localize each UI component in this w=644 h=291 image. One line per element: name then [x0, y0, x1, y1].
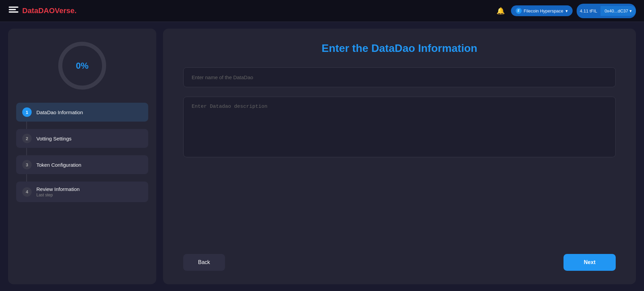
network-icon: F [516, 8, 522, 14]
step-connector-1 [26, 122, 27, 129]
step-4-label: Review Information [36, 186, 79, 192]
notifications-button[interactable]: 🔔 [494, 5, 507, 17]
back-button[interactable]: Back [183, 254, 225, 271]
progress-percent: 0% [76, 61, 89, 71]
bell-icon: 🔔 [496, 7, 505, 14]
form-footer: Back Next [183, 247, 616, 271]
logo-dot: . [74, 6, 76, 15]
logo: DataDAOVerse. [8, 5, 76, 17]
step-4[interactable]: 4 Review Information Last step [16, 182, 148, 202]
wallet-button[interactable]: 4.11 tFIL 0x40...dC37 ▾ [577, 4, 636, 18]
logo-text-main: DataDAOVerse [22, 6, 74, 15]
step-1[interactable]: 1 DataDao Information [16, 103, 148, 122]
logo-icon [8, 5, 20, 17]
svg-rect-0 [9, 6, 19, 8]
next-button[interactable]: Next [564, 254, 616, 271]
datadao-description-input[interactable] [183, 97, 616, 157]
left-panel: 0% 1 DataDao Information 2 Votting Setti… [8, 29, 156, 284]
step-2-info: Votting Settings [36, 136, 71, 141]
step-4-info: Review Information Last step [36, 186, 79, 197]
progress-circle: 0% [55, 39, 109, 93]
step-2-number: 2 [22, 134, 32, 143]
wallet-balance: 4.11 tFIL [577, 8, 601, 13]
datadao-name-input[interactable] [183, 67, 616, 87]
panel-title: Enter the DataDao Information [183, 42, 616, 55]
step-3-number: 3 [22, 160, 32, 169]
wallet-address: 0x40...dC37 ▾ [601, 6, 636, 16]
svg-rect-1 [9, 9, 16, 10]
step-4-sublabel: Last step [36, 193, 79, 197]
network-button[interactable]: F Filecoin Hyperspace ▾ [511, 5, 573, 16]
step-1-label: DataDao Information [36, 109, 83, 115]
wallet-chevron-icon: ▾ [630, 8, 632, 13]
step-3[interactable]: 3 Token Configuration [16, 155, 148, 174]
step-3-info: Token Configuration [36, 162, 81, 168]
svg-rect-2 [9, 11, 19, 13]
steps-list: 1 DataDao Information 2 Votting Settings… [16, 103, 148, 202]
network-label: Filecoin Hyperspace [524, 8, 564, 13]
header-right: 🔔 F Filecoin Hyperspace ▾ 4.11 tFIL 0x40… [494, 4, 636, 18]
step-1-info: DataDao Information [36, 109, 83, 115]
step-1-number: 1 [22, 107, 32, 117]
right-panel: Enter the DataDao Information Back Next [163, 29, 636, 284]
step-2[interactable]: 2 Votting Settings [16, 129, 148, 148]
main-content: 0% 1 DataDao Information 2 Votting Setti… [0, 22, 644, 291]
step-3-label: Token Configuration [36, 162, 81, 168]
logo-text: DataDAOVerse. [22, 6, 76, 15]
header: DataDAOVerse. 🔔 F Filecoin Hyperspace ▾ … [0, 0, 644, 22]
step-connector-2 [26, 148, 27, 155]
step-connector-3 [26, 174, 27, 182]
network-chevron-icon: ▾ [566, 8, 568, 13]
step-2-label: Votting Settings [36, 136, 71, 141]
step-4-number: 4 [22, 187, 32, 197]
